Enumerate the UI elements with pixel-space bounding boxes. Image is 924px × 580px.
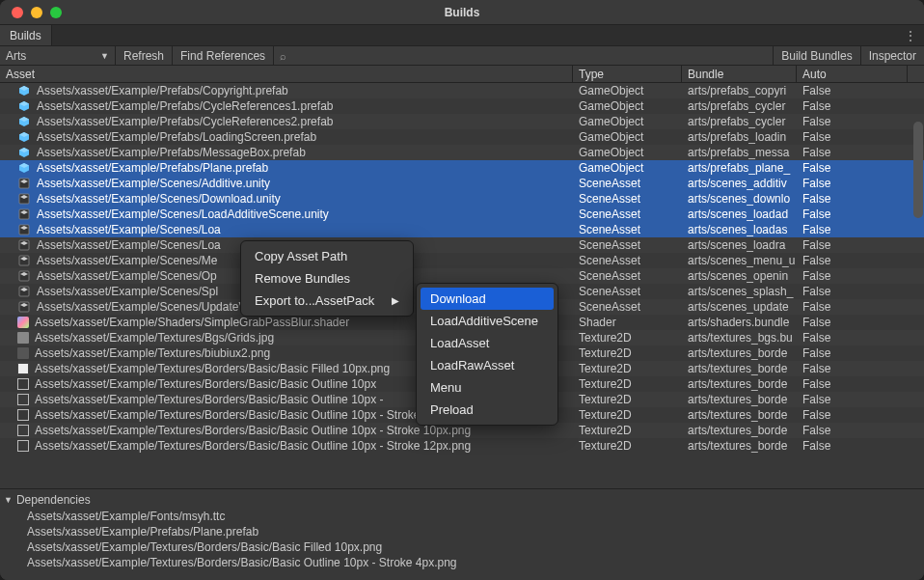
menu-item[interactable]: Download: [421, 288, 554, 310]
tab-menu-icon[interactable]: ⋮: [897, 25, 924, 45]
table-row[interactable]: Assets/xasset/Example/Scenes/LoaSceneAss…: [0, 237, 924, 253]
menu-item[interactable]: LoadAdditiveScene: [417, 310, 557, 332]
asset-path: Assets/xasset/Example/Prefabs/MessageBox…: [37, 146, 306, 159]
category-dropdown[interactable]: Arts ▼: [0, 46, 116, 65]
cell-type: Texture2D: [573, 424, 682, 437]
menu-item[interactable]: Preload: [417, 399, 557, 421]
context-submenu[interactable]: DownloadLoadAdditiveSceneLoadAssetLoadRa…: [416, 283, 558, 426]
cell-auto: False: [797, 254, 908, 267]
asset-path: Assets/xasset/Example/Scenes/Me: [37, 254, 217, 267]
asset-path: Assets/xasset/Example/Textures/Borders/B…: [35, 377, 376, 391]
cell-auto: False: [797, 408, 908, 422]
dependency-item[interactable]: Assets/xasset/Example/Fonts/msyh.ttc: [0, 509, 924, 524]
search-input[interactable]: [290, 49, 767, 63]
cell-auto: False: [797, 99, 908, 113]
cell-bundle: arts/prefabs_messa: [682, 146, 797, 159]
table-row[interactable]: Assets/xasset/Example/Prefabs/MessageBox…: [0, 145, 924, 160]
scene-icon: [17, 269, 31, 283]
tab-label: Builds: [10, 29, 41, 42]
scene-icon: [17, 223, 31, 236]
cell-bundle: arts/scenes_openin: [682, 269, 797, 283]
table-row[interactable]: Assets/xasset/Example/Prefabs/LoadingScr…: [0, 129, 924, 145]
scene-icon: [17, 254, 31, 267]
cell-bundle: arts/scenes_menu_u: [682, 254, 797, 267]
column-type[interactable]: Type: [573, 66, 682, 82]
cell-auto: False: [797, 393, 908, 406]
find-references-button[interactable]: Find References: [173, 46, 274, 65]
prefab-icon: [17, 115, 31, 128]
tab-builds[interactable]: Builds: [0, 25, 52, 45]
cell-asset: Assets/xasset/Example/Prefabs/MessageBox…: [0, 146, 573, 159]
column-auto[interactable]: Auto: [797, 66, 908, 82]
table-row[interactable]: Assets/xasset/Example/Prefabs/CycleRefer…: [0, 114, 924, 129]
cell-bundle: arts/textures_borde: [682, 377, 797, 391]
menu-item[interactable]: Copy Asset Path: [241, 245, 413, 267]
asset-path: Assets/xasset/Example/Scenes/Op: [37, 269, 217, 283]
cell-bundle: arts/textures_borde: [682, 393, 797, 406]
search-field[interactable]: ⌕: [274, 46, 773, 65]
scene-icon: [17, 207, 31, 221]
menu-item-label: Preload: [430, 402, 474, 417]
dependency-item[interactable]: Assets/xasset/Example/Prefabs/Plane.pref…: [0, 524, 924, 539]
toolbar: Arts ▼ Refresh Find References ⌕ Build B…: [0, 46, 924, 66]
cell-auto: False: [797, 424, 908, 437]
asset-path: Assets/xasset/Example/Textures/Borders/B…: [35, 424, 471, 437]
cell-asset: Assets/xasset/Example/Textures/Borders/B…: [0, 439, 573, 453]
tab-strip: Builds ⋮: [0, 25, 924, 46]
asset-path: Assets/xasset/Example/Textures/Borders/B…: [35, 362, 390, 375]
dependencies-header[interactable]: ▼ Dependencies: [0, 491, 924, 509]
title-bar: Builds: [0, 0, 924, 25]
dependency-item[interactable]: Assets/xasset/Example/Textures/Borders/B…: [0, 539, 924, 555]
menu-item[interactable]: Remove Bundles: [241, 267, 413, 290]
search-icon: ⌕: [280, 50, 286, 62]
prefab-icon: [17, 146, 31, 159]
cell-bundle: arts/textures_borde: [682, 362, 797, 375]
table-row[interactable]: Assets/xasset/Example/Scenes/MeSceneAsse…: [0, 253, 924, 268]
cell-bundle: arts/scenes_loadad: [682, 207, 797, 221]
cell-auto: False: [797, 161, 908, 175]
table-row[interactable]: Assets/xasset/Example/Scenes/OpSceneAsse…: [0, 268, 924, 284]
chevron-right-icon: ▶: [392, 295, 399, 306]
cell-asset: Assets/xasset/Example/Scenes/Additive.un…: [0, 177, 573, 190]
cell-type: GameObject: [573, 115, 682, 128]
cell-auto: False: [797, 223, 908, 236]
scene-icon: [17, 285, 31, 298]
cell-auto: False: [797, 269, 908, 283]
prefab-icon: [17, 99, 31, 113]
refresh-button[interactable]: Refresh: [116, 46, 173, 65]
cell-asset: Assets/xasset/Example/Scenes/LoadAdditiv…: [0, 207, 573, 221]
table-row[interactable]: Assets/xasset/Example/Textures/Borders/B…: [0, 438, 924, 454]
column-asset[interactable]: Asset: [0, 66, 573, 82]
context-menu[interactable]: Copy Asset PathRemove BundlesExport to..…: [240, 240, 414, 317]
cell-auto: False: [797, 316, 908, 329]
dependency-item[interactable]: Assets/xasset/Example/Textures/Borders/B…: [0, 555, 924, 570]
menu-item-label: LoadRawAsset: [430, 358, 514, 373]
cell-type: Texture2D: [573, 377, 682, 391]
table-row[interactable]: Assets/xasset/Example/Scenes/LoaSceneAss…: [0, 222, 924, 237]
cell-type: Shader: [573, 316, 682, 329]
cell-type: GameObject: [573, 130, 682, 144]
cell-asset: Assets/xasset/Example/Scenes/Loa: [0, 223, 573, 236]
cell-auto: False: [797, 439, 908, 453]
asset-path: Assets/xasset/Example/Textures/Borders/B…: [35, 393, 383, 406]
table-row[interactable]: Assets/xasset/Example/Scenes/Additive.un…: [0, 176, 924, 191]
build-bundles-button[interactable]: Build Bundles: [773, 46, 859, 65]
column-bundle[interactable]: Bundle: [682, 66, 797, 82]
menu-item[interactable]: LoadRawAsset: [417, 354, 557, 376]
table-row[interactable]: Assets/xasset/Example/Prefabs/Copyright.…: [0, 83, 924, 98]
table-row[interactable]: Assets/xasset/Example/Scenes/LoadAdditiv…: [0, 207, 924, 222]
cell-auto: False: [797, 84, 908, 97]
vertical-scrollbar[interactable]: [913, 122, 923, 218]
table-row[interactable]: Assets/xasset/Example/Prefabs/Plane.pref…: [0, 160, 924, 176]
table-row[interactable]: Assets/xasset/Example/Prefabs/CycleRefer…: [0, 98, 924, 114]
menu-item[interactable]: Menu: [417, 376, 557, 399]
menu-item[interactable]: LoadAsset: [417, 332, 557, 354]
cell-type: Texture2D: [573, 346, 682, 360]
menu-item[interactable]: Export to...AssetPack▶: [241, 290, 413, 312]
cell-type: GameObject: [573, 84, 682, 97]
cell-auto: False: [797, 285, 908, 298]
texture-icon: [17, 394, 29, 405]
shader-icon: [17, 317, 29, 328]
inspector-button[interactable]: Inspector: [860, 46, 924, 65]
table-row[interactable]: Assets/xasset/Example/Scenes/Download.un…: [0, 191, 924, 207]
